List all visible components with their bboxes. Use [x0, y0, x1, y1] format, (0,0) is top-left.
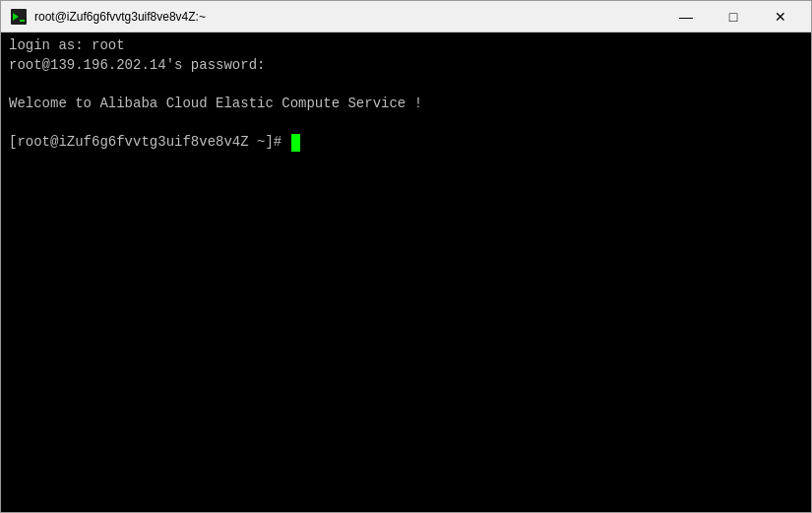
- terminal-line-5: [9, 113, 803, 133]
- minimize-icon: —: [679, 9, 693, 25]
- terminal-line-2: root@139.196.202.14's password:: [9, 56, 803, 76]
- cursor-block: [291, 134, 300, 152]
- window-title: root@iZuf6g6fvvtg3uif8ve8v4Z:~: [34, 10, 663, 24]
- window-icon: [9, 7, 29, 27]
- maximize-button[interactable]: □: [711, 1, 756, 32]
- prompt-text: [root@iZuf6g6fvvtg3uif8ve8v4Z ~]#: [9, 133, 290, 153]
- maximize-icon: □: [729, 9, 737, 25]
- title-bar-controls: — □ ✕: [663, 1, 803, 32]
- terminal-line-3: [9, 75, 803, 95]
- terminal-icon: [11, 9, 27, 25]
- terminal-body[interactable]: login as: root root@139.196.202.14's pas…: [1, 32, 811, 512]
- terminal-window: root@iZuf6g6fvvtg3uif8ve8v4Z:~ — □ ✕ log…: [0, 0, 812, 513]
- terminal-prompt: [root@iZuf6g6fvvtg3uif8ve8v4Z ~]#: [9, 133, 803, 153]
- svg-rect-2: [20, 20, 25, 22]
- title-bar: root@iZuf6g6fvvtg3uif8ve8v4Z:~ — □ ✕: [1, 1, 811, 32]
- close-button[interactable]: ✕: [758, 1, 803, 32]
- close-icon: ✕: [775, 9, 786, 25]
- terminal-line-4: Welcome to Alibaba Cloud Elastic Compute…: [9, 95, 803, 114]
- minimize-button[interactable]: —: [663, 1, 709, 32]
- terminal-line-1: login as: root: [9, 36, 803, 56]
